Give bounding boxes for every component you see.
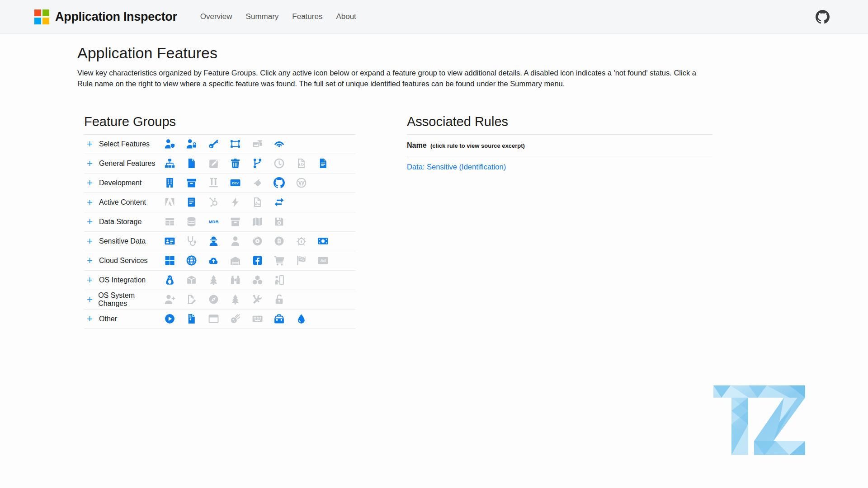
- toolbox-icon[interactable]: [274, 313, 285, 324]
- svg-text:DEV: DEV: [232, 182, 239, 185]
- feature-group-label: OS System Changes: [98, 291, 159, 308]
- bitcoin-icon: B: [274, 235, 285, 247]
- expand-group-button[interactable]: +: [87, 236, 95, 246]
- trash-icon[interactable]: [230, 158, 241, 169]
- main-content: Application Features View key characteri…: [0, 34, 868, 329]
- file-signature-icon: [186, 294, 197, 305]
- feature-group-row: +DevelopmentDEV: [84, 174, 355, 193]
- user-shield-icon[interactable]: [164, 138, 175, 150]
- feature-group-label: Cloud Services: [99, 257, 148, 265]
- expand-group-button[interactable]: +: [87, 295, 94, 305]
- stethoscope-icon: [186, 235, 197, 247]
- warehouse-icon: [230, 255, 241, 266]
- object-group-icon[interactable]: [230, 138, 241, 150]
- user-secret-icon[interactable]: [208, 235, 219, 247]
- nav-link-overview[interactable]: Overview: [193, 8, 239, 26]
- page-title: Application Features: [77, 44, 868, 62]
- clock-icon: [274, 158, 285, 169]
- associated-rules-title: Associated Rules: [407, 114, 712, 129]
- adobe-icon: [164, 197, 175, 208]
- map-icon: [252, 216, 263, 227]
- exchange-icon[interactable]: [274, 197, 285, 208]
- money-bill-icon[interactable]: [317, 235, 329, 247]
- app-brand[interactable]: Application Inspector: [34, 9, 177, 24]
- sitemap-icon[interactable]: [164, 158, 175, 169]
- microsoft-logo-icon: [34, 9, 49, 24]
- expand-group-button[interactable]: +: [87, 178, 95, 188]
- archive-icon: [230, 216, 241, 227]
- tz-watermark-logo: [712, 384, 807, 457]
- github-icon[interactable]: [274, 177, 285, 188]
- expand-group-button[interactable]: +: [87, 159, 95, 169]
- audible-icon[interactable]: [274, 138, 285, 150]
- door-icon: [274, 274, 285, 286]
- svg-text:MDB: MDB: [209, 220, 219, 225]
- file-alt-icon[interactable]: [317, 158, 329, 169]
- file-icon[interactable]: [186, 158, 197, 169]
- associated-rules-section: Associated Rules Name (click rule to vie…: [407, 114, 712, 329]
- feature-group-row: +OS Integration: [84, 271, 355, 290]
- feature-group-row: +General Features: [84, 154, 355, 174]
- feature-groups-table: +Select Features+General Features+Develo…: [84, 135, 355, 329]
- vials-icon: [208, 177, 219, 188]
- linux-icon[interactable]: [164, 274, 175, 286]
- edit-icon: [208, 158, 219, 169]
- cloud-upload-icon[interactable]: [208, 255, 219, 266]
- tools-icon: [252, 294, 263, 305]
- meteor-icon: [230, 313, 241, 324]
- building-icon[interactable]: [164, 177, 175, 188]
- user-icon: [230, 235, 241, 247]
- feature-group-label: Sensitive Data: [99, 237, 146, 245]
- facebook-icon[interactable]: [252, 255, 263, 266]
- file-pdf-icon: [252, 197, 263, 208]
- user-plus-icon: [164, 294, 175, 305]
- rule-link[interactable]: Data: Sensitive (Identification): [407, 163, 712, 171]
- window-icon: [208, 313, 219, 324]
- key-icon[interactable]: [208, 138, 219, 150]
- expand-group-button[interactable]: +: [87, 314, 95, 324]
- user-lock-icon[interactable]: [186, 138, 197, 150]
- tree-icon: [208, 274, 219, 286]
- id-card-icon[interactable]: [164, 235, 175, 247]
- globe-icon[interactable]: [186, 255, 197, 266]
- form-icon[interactable]: [186, 197, 197, 208]
- expand-group-button[interactable]: +: [87, 139, 95, 149]
- expand-group-button[interactable]: +: [87, 256, 95, 266]
- microsoft-icon[interactable]: [164, 255, 175, 266]
- flag-checkered-icon: [296, 255, 307, 266]
- expand-group-button[interactable]: +: [87, 197, 95, 207]
- svg-text:B: B: [277, 238, 281, 244]
- expand-group-button[interactable]: +: [87, 275, 95, 285]
- feature-group-label: Data Storage: [99, 218, 142, 226]
- nav-link-summary[interactable]: Summary: [239, 8, 286, 26]
- feature-group-label: Active Content: [99, 198, 146, 206]
- table-icon: [164, 216, 175, 227]
- web-icon: [296, 235, 307, 247]
- drop-icon[interactable]: [296, 313, 307, 324]
- play-circle-icon[interactable]: [164, 313, 175, 324]
- dev-icon[interactable]: DEV: [230, 177, 241, 188]
- feature-group-label: OS Integration: [99, 276, 146, 284]
- file-zip-icon[interactable]: [186, 313, 197, 324]
- keyboard-icon: [252, 313, 263, 324]
- rules-table-header: Name (click rule to view source excerpt): [407, 135, 712, 156]
- nav-link-about[interactable]: About: [329, 8, 363, 26]
- page-description: View key characteristics organized by Fe…: [77, 68, 709, 89]
- wordpress-icon: [296, 177, 307, 188]
- expand-group-button[interactable]: +: [87, 217, 95, 227]
- database-icon: [186, 216, 197, 227]
- compass-icon: [208, 294, 219, 305]
- binoculars-icon: [230, 274, 241, 286]
- disc-icon: [252, 235, 263, 247]
- archive-icon[interactable]: [186, 177, 197, 188]
- cubes-icon: [252, 274, 263, 286]
- nav-link-features[interactable]: Features: [285, 8, 329, 26]
- feature-group-label: General Features: [99, 160, 156, 168]
- mdb-icon[interactable]: MDB: [208, 216, 219, 227]
- feature-group-row: +OS System Changes: [84, 290, 355, 310]
- cart-icon: [274, 255, 285, 266]
- feature-group-row: +Cloud ServicesAd: [84, 251, 355, 271]
- github-icon[interactable]: [816, 10, 830, 24]
- code-branch-icon[interactable]: [252, 158, 263, 169]
- hubspot-icon: [208, 197, 219, 208]
